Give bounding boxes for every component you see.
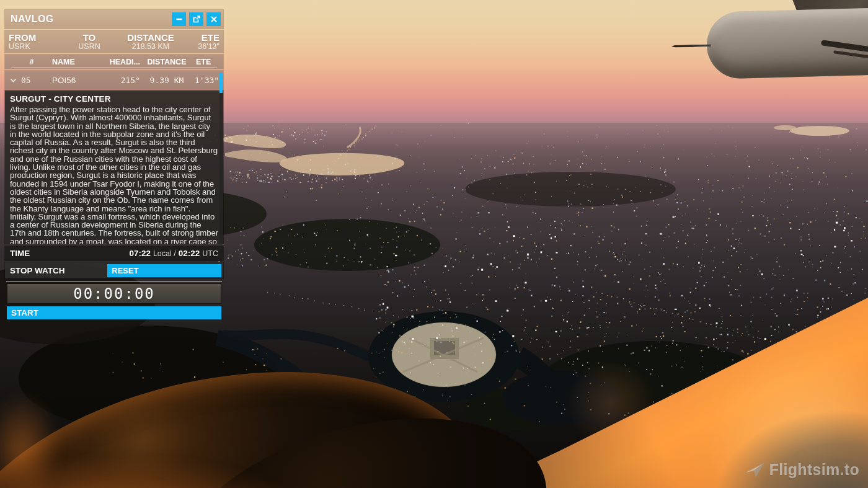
- to-label: TO: [83, 33, 96, 43]
- from-label: FROM: [9, 33, 62, 43]
- sunlight-rim: [0, 394, 59, 488]
- utc-time-value: 02:22: [179, 249, 200, 258]
- reset-button[interactable]: RESET: [107, 264, 221, 277]
- route-from: FROM USRK: [9, 33, 62, 51]
- start-button[interactable]: START: [7, 306, 221, 319]
- time-row: TIME 07:22 Local / 02:22 UTC: [5, 246, 223, 260]
- popout-icon: [192, 15, 201, 24]
- waypoint-detail: SURGUT - CITY CENTER After passing the p…: [5, 91, 223, 244]
- waypoint-name: POI56: [42, 76, 102, 85]
- divider-line: [6, 281, 222, 282]
- detail-title: SURGUT - CITY CENTER: [5, 91, 223, 105]
- stopwatch-display: 00:00:00: [7, 283, 221, 304]
- header-number: #: [21, 58, 42, 66]
- route-distance: DISTANCE 218.53 KM: [117, 33, 185, 51]
- utc-time-suffix: UTC: [202, 249, 218, 258]
- detail-body: After passing the power station head to …: [5, 105, 223, 244]
- time-values: 07:22 Local / 02:22 UTC: [129, 249, 218, 258]
- header-distance: DISTANCE: [140, 58, 193, 66]
- waypoint-distance: 9.39 KM: [140, 76, 193, 85]
- to-value: USRN: [78, 43, 100, 51]
- expand-chevron-icon[interactable]: [5, 78, 21, 82]
- route-ete: ETE 36'13": [185, 33, 219, 51]
- waypoint-table-header: # NAME HEADI... DISTANCE ETE: [5, 55, 223, 69]
- close-icon: [210, 15, 218, 24]
- watermark-text: Flightsim.to: [769, 461, 859, 479]
- time-label: TIME: [10, 249, 30, 258]
- engine-nacelle-right: [699, 0, 868, 93]
- distance-value: 218.53 KM: [132, 43, 169, 51]
- navlog-title: NAVLOG: [11, 14, 172, 25]
- navlog-panel: NAVLOG FROM USRK: [5, 10, 223, 319]
- close-button[interactable]: [206, 12, 221, 26]
- local-time-value: 07:22: [129, 249, 151, 258]
- waypoint-heading: 215°: [102, 76, 140, 85]
- scrollbar-track[interactable]: [219, 73, 223, 244]
- waypoint-ete: 1'33": [193, 76, 223, 85]
- route-summary: FROM USRK TO USRN DISTANCE 218.53 KM ETE…: [5, 30, 223, 53]
- waypoint-row[interactable]: 05 POI56 215° 9.39 KM 1'33": [5, 71, 223, 89]
- minimize-icon: [175, 15, 184, 24]
- header-name: NAME: [42, 58, 102, 66]
- window-controls: [172, 12, 221, 26]
- header-heading: HEADI...: [102, 58, 140, 66]
- ete-value: 36'13": [198, 43, 219, 51]
- ete-label: ETE: [202, 33, 219, 43]
- stopwatch-label: STOP WATCH: [10, 266, 65, 275]
- paper-plane-icon: [745, 462, 765, 478]
- stopwatch-row: STOP WATCH RESET: [5, 262, 223, 278]
- route-to: TO USRN: [62, 33, 117, 51]
- flightsim-watermark: Flightsim.to: [745, 461, 859, 479]
- minimize-button[interactable]: [172, 12, 186, 26]
- scrollbar-thumb[interactable]: [219, 73, 223, 93]
- waypoint-list: # NAME HEADI... DISTANCE ETE 05 POI56 21…: [5, 55, 223, 244]
- local-time-suffix: Local /: [153, 249, 176, 258]
- header-ete: ETE: [193, 58, 223, 66]
- navlog-titlebar[interactable]: NAVLOG: [5, 10, 223, 29]
- from-value: USRK: [9, 43, 62, 51]
- popout-button[interactable]: [189, 12, 203, 26]
- waypoint-number: 05: [21, 76, 42, 85]
- distance-label: DISTANCE: [127, 33, 174, 43]
